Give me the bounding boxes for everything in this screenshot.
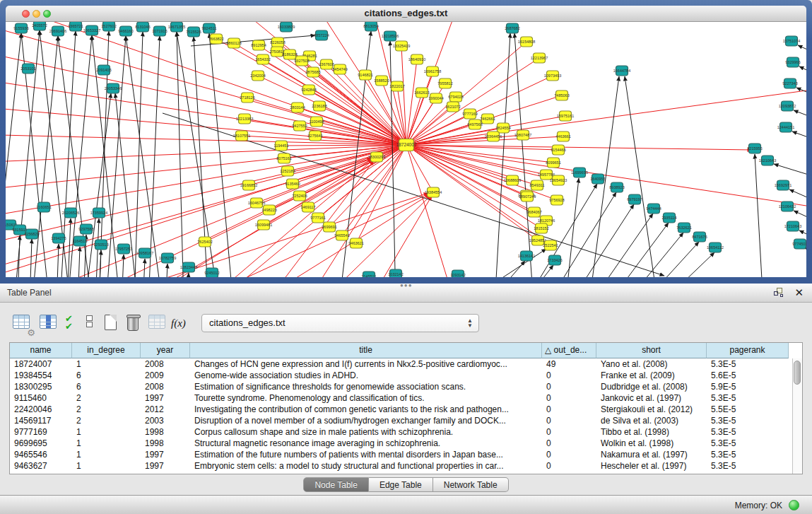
graph-node[interactable]: 1990044: [428, 93, 443, 103]
graph-node[interactable]: 1252183: [280, 166, 295, 176]
network-canvas[interactable]: 9155936240557220691406936572110653327152…: [6, 22, 806, 277]
graph-node[interactable]: 1194451: [273, 141, 288, 151]
graph-node[interactable]: 13654923: [550, 175, 567, 185]
graph-node[interactable]: 1156829: [24, 229, 39, 239]
tab-edge-table[interactable]: Edge Table: [369, 477, 433, 492]
graph-node[interactable]: 17210643: [784, 221, 801, 231]
graph-node[interactable]: 1815152: [534, 223, 548, 233]
scrollbar-thumb[interactable]: [794, 361, 801, 385]
graph-node[interactable]: 1654332: [255, 54, 270, 64]
graph-node[interactable]: 9463621: [348, 238, 363, 248]
graph-node[interactable]: 9327508: [294, 56, 309, 66]
graph-node[interactable]: 1250513: [93, 240, 108, 250]
table-row[interactable]: 1872400712008Changes of HCN gene express…: [10, 358, 792, 370]
graph-node[interactable]: 6497568: [467, 119, 482, 129]
graph-node[interactable]: 1640955: [590, 174, 605, 184]
float-panel-icon[interactable]: [774, 288, 784, 298]
graph-node[interactable]: 12106432: [779, 201, 796, 211]
graph-node[interactable]: 8454749: [332, 64, 347, 74]
memory-status-icon[interactable]: [789, 500, 799, 510]
graph-node[interactable]: 8813054: [363, 22, 378, 31]
graph-node[interactable]: 9465541: [334, 230, 349, 240]
graph-node[interactable]: 6794028: [448, 92, 463, 102]
graph-node[interactable]: 9155936: [13, 23, 28, 33]
graph-node[interactable]: 12213967: [531, 53, 548, 63]
graph-node[interactable]: 2053101: [20, 64, 35, 74]
table-selector-dropdown[interactable]: citations_edges.txt ▲▼: [201, 314, 479, 332]
graph-node[interactable]: 2160651: [36, 202, 51, 212]
graph-node[interactable]: 7857224: [314, 30, 329, 40]
graph-node[interactable]: 16033809: [278, 22, 295, 32]
splitter-handle[interactable]: ●●●: [400, 284, 411, 288]
graph-node[interactable]: 1093142: [450, 270, 465, 277]
graph-node[interactable]: 1498223: [261, 205, 276, 215]
graph-node[interactable]: 2522541: [543, 240, 558, 250]
table-vertical-scrollbar[interactable]: [792, 358, 802, 474]
graph-node[interactable]: 7663822: [208, 34, 223, 44]
graph-node[interactable]: 16046755: [248, 198, 265, 208]
show-columns-icon[interactable]: [40, 315, 59, 334]
graph-node[interactable]: 12213383: [236, 114, 253, 124]
graph-node[interactable]: 9474444: [646, 204, 661, 214]
graph-node[interactable]: 9756928: [549, 195, 564, 205]
graph-node[interactable]: 16154808: [518, 37, 535, 47]
graph-node[interactable]: 9684067: [526, 207, 541, 217]
graph-node[interactable]: 2236188: [312, 101, 326, 111]
graph-node[interactable]: 2875685: [305, 67, 320, 77]
graph-node[interactable]: 1071915: [152, 26, 167, 36]
graph-node[interactable]: 1822017: [389, 81, 404, 91]
graph-node[interactable]: 10653327: [83, 25, 100, 35]
graph-node[interactable]: 20691406: [49, 26, 66, 36]
graph-node[interactable]: 15751074: [783, 36, 800, 46]
graph-node[interactable]: 13218506: [382, 31, 399, 41]
graph-node[interactable]: 9329966: [785, 57, 800, 67]
column-header-name[interactable]: name: [10, 343, 72, 358]
graph-node[interactable]: 9699691: [322, 222, 336, 232]
graph-node[interactable]: 20364456: [485, 132, 502, 141]
graph-node[interactable]: 8186328: [282, 49, 297, 59]
graph-node[interactable]: 12823448: [180, 262, 197, 272]
graph-node[interactable]: 8549311: [529, 180, 544, 190]
tab-network-table[interactable]: Network Table: [433, 477, 509, 492]
graph-node[interactable]: 11699695: [571, 168, 588, 177]
graph-node[interactable]: 8075161: [276, 153, 291, 163]
graph-node[interactable]: 9777161: [310, 213, 325, 223]
graph-node[interactable]: 2935114: [661, 213, 676, 223]
graph-node[interactable]: 7625402: [197, 237, 212, 247]
table-row[interactable]: 946554611997Estimation of the future num…: [10, 449, 792, 460]
column-header-year[interactable]: year: [141, 343, 190, 358]
column-header-out_de[interactable]: △ out_de...: [542, 343, 596, 358]
graph-node[interactable]: 8099651: [546, 158, 560, 168]
graph-node[interactable]: 18724007: [396, 139, 417, 151]
graph-node[interactable]: 16961758: [424, 66, 441, 76]
graph-node[interactable]: 18640910: [408, 54, 425, 64]
graph-node[interactable]: 14671355: [168, 22, 185, 32]
graph-node[interactable]: 1100498: [309, 117, 324, 127]
graph-node[interactable]: 1469117: [300, 202, 315, 212]
graph-node[interactable]: 17957253: [115, 244, 132, 254]
graph-node[interactable]: 1164519: [72, 236, 87, 246]
unselect-all-icon[interactable]: [86, 315, 106, 334]
graph-node[interactable]: 8131046: [135, 22, 150, 32]
graph-node[interactable]: 9146821: [358, 70, 372, 80]
function-builder-icon[interactable]: f(x): [171, 315, 191, 334]
graph-node[interactable]: 15692971: [775, 180, 792, 190]
graph-node[interactable]: 13325419: [393, 41, 410, 51]
graph-node[interactable]: 8912954: [251, 40, 266, 50]
graph-node[interactable]: 9242848: [301, 85, 316, 95]
graph-node[interactable]: 12444151: [777, 122, 794, 132]
graph-node[interactable]: 9245012: [204, 268, 219, 277]
graph-node[interactable]: 16782759: [159, 253, 176, 263]
graph-node[interactable]: 9135460: [285, 179, 300, 189]
graph-node[interactable]: 7632621: [676, 223, 691, 233]
graph-node[interactable]: 8215955: [747, 144, 762, 153]
column-header-title[interactable]: title: [190, 343, 542, 358]
table-row[interactable]: 1830029562008Estimation of significance …: [10, 381, 792, 392]
graph-node[interactable]: 18107551: [233, 131, 250, 141]
graph-node[interactable]: 8471676: [692, 232, 707, 242]
select-all-icon[interactable]: ✔✔: [65, 315, 85, 334]
graph-node[interactable]: 2803144: [290, 103, 305, 112]
graph-node[interactable]: 2091405: [96, 65, 111, 75]
graph-node[interactable]: 7515526: [186, 27, 201, 37]
graph-node[interactable]: 16099481: [255, 220, 272, 230]
